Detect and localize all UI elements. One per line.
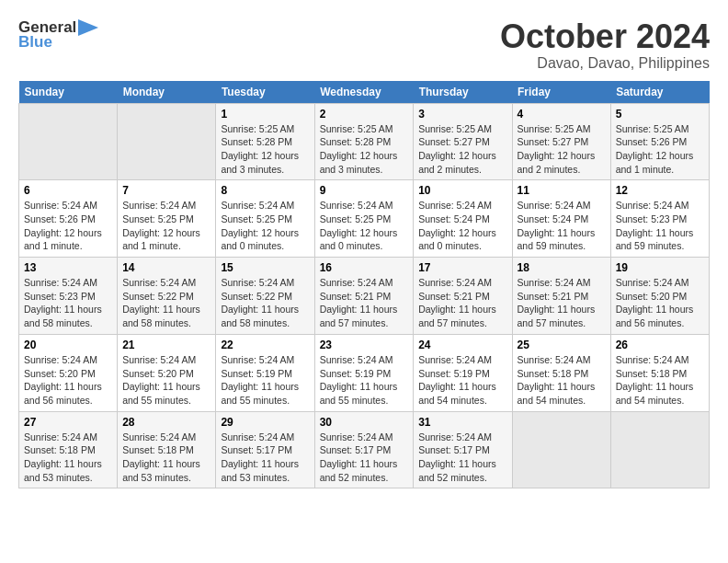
day-number: 30	[320, 416, 409, 429]
day-info: Sunrise: 5:25 AM Sunset: 5:27 PM Dayligh…	[518, 122, 606, 177]
day-info: Sunrise: 5:24 AM Sunset: 5:17 PM Dayligh…	[418, 431, 506, 485]
day-number: 13	[24, 261, 112, 274]
day-info: Sunrise: 5:24 AM Sunset: 5:23 PM Dayligh…	[616, 199, 704, 253]
day-number: 24	[418, 339, 506, 351]
header: General Blue October 2024 Davao, Davao, …	[18, 18, 710, 72]
calendar-cell: 22Sunrise: 5:24 AM Sunset: 5:19 PM Dayli…	[216, 334, 314, 411]
weekday-header: Thursday	[414, 81, 512, 104]
calendar-week-row: 6Sunrise: 5:24 AM Sunset: 5:26 PM Daylig…	[19, 180, 710, 258]
calendar-week-row: 20Sunrise: 5:24 AM Sunset: 5:20 PM Dayli…	[19, 334, 710, 411]
logo-text-block: General Blue	[18, 18, 98, 52]
calendar-cell: 9Sunrise: 5:24 AM Sunset: 5:25 PM Daylig…	[314, 180, 414, 258]
calendar-cell	[19, 103, 118, 180]
calendar-cell: 19Sunrise: 5:24 AM Sunset: 5:20 PM Dayli…	[610, 258, 709, 335]
day-number: 12	[616, 184, 704, 197]
calendar-cell: 5Sunrise: 5:25 AM Sunset: 5:26 PM Daylig…	[610, 103, 709, 180]
calendar-cell: 14Sunrise: 5:24 AM Sunset: 5:22 PM Dayli…	[118, 258, 216, 335]
day-number: 5	[616, 108, 704, 121]
day-number: 26	[616, 339, 704, 351]
logo: General Blue	[18, 18, 98, 52]
day-info: Sunrise: 5:24 AM Sunset: 5:18 PM Dayligh…	[122, 431, 210, 485]
calendar-week-row: 27Sunrise: 5:24 AM Sunset: 5:18 PM Dayli…	[19, 411, 710, 488]
day-number: 28	[122, 416, 210, 429]
day-number: 19	[616, 261, 704, 274]
day-info: Sunrise: 5:24 AM Sunset: 5:22 PM Dayligh…	[122, 276, 210, 330]
calendar-cell: 28Sunrise: 5:24 AM Sunset: 5:18 PM Dayli…	[118, 411, 216, 488]
day-number: 14	[122, 261, 210, 274]
day-number: 9	[320, 184, 409, 197]
calendar-cell: 3Sunrise: 5:25 AM Sunset: 5:27 PM Daylig…	[414, 103, 512, 180]
day-info: Sunrise: 5:24 AM Sunset: 5:24 PM Dayligh…	[418, 199, 506, 253]
calendar-cell	[512, 411, 610, 488]
day-info: Sunrise: 5:24 AM Sunset: 5:19 PM Dayligh…	[320, 353, 409, 408]
day-info: Sunrise: 5:24 AM Sunset: 5:17 PM Dayligh…	[221, 431, 309, 485]
day-info: Sunrise: 5:24 AM Sunset: 5:23 PM Dayligh…	[24, 276, 112, 330]
weekday-header-row: SundayMondayTuesdayWednesdayThursdayFrid…	[19, 81, 710, 104]
day-info: Sunrise: 5:25 AM Sunset: 5:28 PM Dayligh…	[320, 122, 409, 177]
day-info: Sunrise: 5:25 AM Sunset: 5:27 PM Dayligh…	[418, 122, 506, 177]
location-title: Davao, Davao, Philippines	[500, 55, 710, 72]
calendar-cell	[610, 411, 709, 488]
calendar-cell: 2Sunrise: 5:25 AM Sunset: 5:28 PM Daylig…	[314, 103, 414, 180]
calendar-cell: 29Sunrise: 5:24 AM Sunset: 5:17 PM Dayli…	[216, 411, 314, 488]
day-info: Sunrise: 5:24 AM Sunset: 5:26 PM Dayligh…	[24, 199, 112, 253]
day-info: Sunrise: 5:24 AM Sunset: 5:20 PM Dayligh…	[122, 353, 210, 408]
weekday-header: Monday	[118, 81, 216, 104]
day-number: 23	[320, 339, 409, 351]
calendar-cell: 23Sunrise: 5:24 AM Sunset: 5:19 PM Dayli…	[314, 334, 414, 411]
day-number: 4	[518, 108, 606, 121]
calendar-cell: 16Sunrise: 5:24 AM Sunset: 5:21 PM Dayli…	[314, 258, 414, 335]
day-info: Sunrise: 5:24 AM Sunset: 5:17 PM Dayligh…	[320, 431, 409, 485]
calendar-cell: 26Sunrise: 5:24 AM Sunset: 5:18 PM Dayli…	[610, 334, 709, 411]
calendar-cell: 7Sunrise: 5:24 AM Sunset: 5:25 PM Daylig…	[118, 180, 216, 258]
calendar-cell: 6Sunrise: 5:24 AM Sunset: 5:26 PM Daylig…	[19, 180, 118, 258]
day-number: 21	[122, 339, 210, 351]
calendar-week-row: 1Sunrise: 5:25 AM Sunset: 5:28 PM Daylig…	[19, 103, 710, 180]
calendar-cell	[118, 103, 216, 180]
day-info: Sunrise: 5:24 AM Sunset: 5:21 PM Dayligh…	[518, 276, 606, 330]
day-number: 31	[418, 416, 506, 429]
calendar-cell: 10Sunrise: 5:24 AM Sunset: 5:24 PM Dayli…	[414, 180, 512, 258]
day-number: 17	[418, 261, 506, 274]
calendar-table: SundayMondayTuesdayWednesdayThursdayFrid…	[18, 81, 710, 489]
weekday-header: Sunday	[19, 81, 118, 104]
day-info: Sunrise: 5:24 AM Sunset: 5:20 PM Dayligh…	[616, 276, 704, 330]
calendar-cell: 4Sunrise: 5:25 AM Sunset: 5:27 PM Daylig…	[512, 103, 610, 180]
calendar-cell: 17Sunrise: 5:24 AM Sunset: 5:21 PM Dayli…	[414, 258, 512, 335]
weekday-header: Wednesday	[314, 81, 414, 104]
day-number: 8	[221, 184, 309, 197]
day-number: 27	[24, 416, 112, 429]
calendar-cell: 11Sunrise: 5:24 AM Sunset: 5:24 PM Dayli…	[512, 180, 610, 258]
day-info: Sunrise: 5:25 AM Sunset: 5:26 PM Dayligh…	[616, 122, 704, 177]
day-info: Sunrise: 5:24 AM Sunset: 5:22 PM Dayligh…	[221, 276, 309, 330]
calendar-cell: 12Sunrise: 5:24 AM Sunset: 5:23 PM Dayli…	[610, 180, 709, 258]
calendar-cell: 1Sunrise: 5:25 AM Sunset: 5:28 PM Daylig…	[216, 103, 314, 180]
day-info: Sunrise: 5:24 AM Sunset: 5:21 PM Dayligh…	[320, 276, 409, 330]
day-info: Sunrise: 5:24 AM Sunset: 5:20 PM Dayligh…	[24, 353, 112, 408]
day-number: 6	[24, 184, 112, 197]
calendar-cell: 13Sunrise: 5:24 AM Sunset: 5:23 PM Dayli…	[19, 258, 118, 335]
calendar-week-row: 13Sunrise: 5:24 AM Sunset: 5:23 PM Dayli…	[19, 258, 710, 335]
svg-marker-0	[78, 19, 98, 36]
day-info: Sunrise: 5:24 AM Sunset: 5:25 PM Dayligh…	[122, 199, 210, 253]
day-info: Sunrise: 5:25 AM Sunset: 5:28 PM Dayligh…	[221, 122, 309, 177]
day-number: 22	[221, 339, 309, 351]
day-number: 1	[221, 108, 309, 121]
day-number: 15	[221, 261, 309, 274]
day-number: 16	[320, 261, 409, 274]
day-info: Sunrise: 5:24 AM Sunset: 5:25 PM Dayligh…	[221, 199, 309, 253]
calendar-cell: 15Sunrise: 5:24 AM Sunset: 5:22 PM Dayli…	[216, 258, 314, 335]
calendar-cell: 18Sunrise: 5:24 AM Sunset: 5:21 PM Dayli…	[512, 258, 610, 335]
calendar-cell: 31Sunrise: 5:24 AM Sunset: 5:17 PM Dayli…	[414, 411, 512, 488]
day-number: 20	[24, 339, 112, 351]
day-number: 25	[518, 339, 606, 351]
day-number: 18	[518, 261, 606, 274]
logo-blue: Blue	[18, 33, 52, 52]
day-number: 3	[418, 108, 506, 121]
weekday-header: Saturday	[610, 81, 709, 104]
logo-arrow-icon	[78, 19, 98, 36]
day-info: Sunrise: 5:24 AM Sunset: 5:18 PM Dayligh…	[518, 353, 606, 408]
calendar-cell: 8Sunrise: 5:24 AM Sunset: 5:25 PM Daylig…	[216, 180, 314, 258]
calendar-cell: 25Sunrise: 5:24 AM Sunset: 5:18 PM Dayli…	[512, 334, 610, 411]
day-info: Sunrise: 5:24 AM Sunset: 5:24 PM Dayligh…	[518, 199, 606, 253]
